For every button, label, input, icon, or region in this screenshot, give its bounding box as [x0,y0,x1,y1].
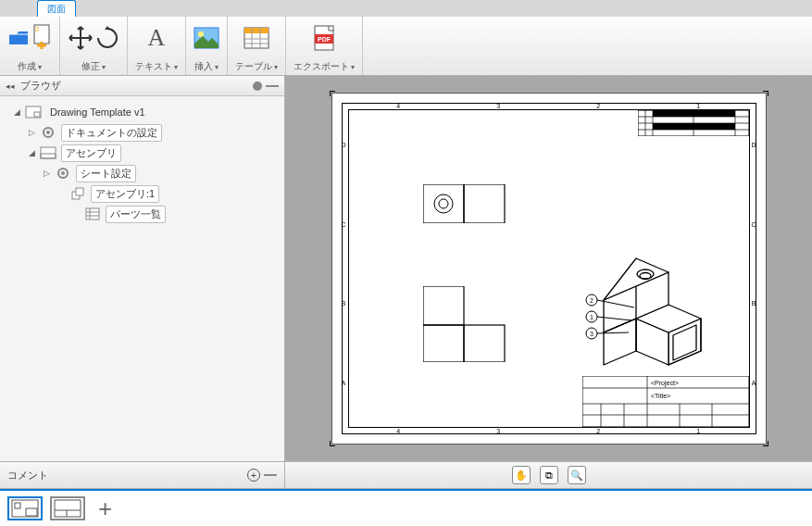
svg-point-31 [637,269,654,279]
toggle-icon[interactable]: ◢ [11,107,22,117]
comments-label: コメント [7,469,48,482]
tree-root-label: Drawing Template v1 [46,106,149,119]
move-icon [68,25,94,51]
drawing-canvas[interactable]: 4 3 2 1 4 3 2 1 D C B A D C [285,76,812,461]
ribbon-modify-label: 修正 [81,60,106,73]
row-label: D [342,142,346,148]
sheet-thumb[interactable] [50,496,85,520]
sheet-icon [40,146,56,159]
ribbon-text[interactable]: A テキスト [128,17,186,75]
tree-assembly-label: アセンブリ [61,144,121,162]
svg-rect-17 [76,188,83,195]
svg-point-2 [198,31,204,37]
svg-point-27 [439,199,448,208]
ribbon-table[interactable]: テーブル [228,17,286,75]
tree-assembly-1-label: アセンブリ:1 [91,185,159,203]
isometric-view: 2 1 3 [581,254,729,374]
panel-menu-icon[interactable] [253,81,262,91]
tab-drawing[interactable]: 図面 [37,0,76,17]
ribbon-export-label: エクスポート [294,60,355,73]
svg-rect-18 [86,208,99,219]
browser-panel: ◂◂ ブラウザ ◢ Drawing Template v1 ▷ ドキュメントの設… [0,76,285,461]
col-label: 4 [396,428,400,434]
ribbon-modify[interactable]: 修正 [60,17,128,75]
col-label: 3 [496,428,500,434]
sheet-strip: + [0,489,812,526]
col-label: 1 [696,103,700,109]
toggle-icon[interactable]: ◢ [26,148,37,157]
tree-root[interactable]: ◢ Drawing Template v1 [4,102,281,122]
svg-rect-29 [423,325,464,362]
comments-bar: コメント + ✋ ⧉ 🔍 [0,461,812,489]
table-icon [244,27,269,49]
browser-title: ブラウザ [20,79,61,93]
toggle-icon[interactable]: ▷ [26,128,37,137]
add-sheet-button[interactable]: + [93,495,118,523]
browser-header: ◂◂ ブラウザ [0,76,284,96]
comments-panel-header: コメント + [0,462,285,488]
panel-minimize-icon[interactable] [266,85,279,87]
svg-rect-22 [653,123,693,130]
zoom-fit-icon[interactable]: 🔍 [568,466,586,484]
tree-doc-settings[interactable]: ▷ ドキュメントの設定 [4,122,281,143]
ribbon-table-label: テーブル [235,60,278,73]
component-icon [70,186,85,201]
ribbon-insert[interactable]: 挿入 [186,17,228,75]
svg-rect-20 [653,110,693,117]
svg-rect-21 [693,110,735,117]
folder-icon [7,27,30,49]
ribbon-export[interactable]: PDF エクスポート [286,17,363,75]
tree-doc-settings-label: ドキュメントの設定 [61,124,162,142]
collapse-icon[interactable]: ◂◂ [6,81,15,91]
tree-parts-list-label: パーツ一覧 [106,206,166,223]
svg-rect-30 [464,325,505,362]
top-view [423,184,506,223]
row-label: B [342,300,346,307]
tree-sheet-settings[interactable]: ▷ シート設定 [4,163,281,183]
row-label: A [752,380,756,386]
col-label: 4 [396,103,400,109]
pdf-icon: PDF [312,25,336,51]
balloon-2: 2 [590,297,593,304]
balloon-3: 3 [590,331,593,337]
add-comment-icon[interactable]: + [247,469,260,482]
svg-rect-4 [244,28,269,33]
image-icon [194,27,219,49]
tree-assembly[interactable]: ◢ アセンブリ [4,143,281,163]
zoom-window-icon[interactable]: ⧉ [540,466,558,484]
svg-rect-23 [693,123,735,130]
title-block: <Project> <Title> [582,376,749,427]
row-label: B [752,300,756,307]
ribbon-create[interactable]: 作成 [0,17,60,75]
list-icon [85,207,100,220]
col-label: 3 [496,103,500,109]
svg-text:<Project>: <Project> [651,380,679,387]
svg-point-15 [61,171,65,175]
svg-rect-24 [423,184,464,223]
toggle-icon[interactable]: ▷ [41,169,52,178]
tree-assembly-1[interactable]: ▷ アセンブリ:1 [4,183,281,204]
panel-minimize-icon[interactable] [264,474,277,476]
sheet-new-icon [31,23,52,53]
ribbon-create-label: 作成 [18,60,42,73]
svg-rect-25 [464,184,505,223]
col-label: 1 [696,428,700,434]
rotate-icon [95,26,119,50]
drawing-sheet: 4 3 2 1 4 3 2 1 D C B A D C [331,93,767,445]
col-label: 2 [596,103,600,109]
pan-icon[interactable]: ✋ [512,466,531,484]
svg-point-11 [46,131,50,134]
text-icon: A [148,24,166,52]
gear-icon [41,125,56,140]
revision-table [638,110,749,136]
tree-parts-list[interactable]: ▷ パーツ一覧 [4,204,281,224]
row-label: C [751,221,756,228]
col-label: 2 [596,428,600,434]
svg-text:<Title>: <Title> [651,393,670,399]
drawing-icon [25,106,42,119]
ribbon-insert-label: 挿入 [194,60,219,73]
gear-icon [56,166,70,181]
browser-tree: ◢ Drawing Template v1 ▷ ドキュメントの設定 ◢ アセンブ… [0,96,284,230]
sheet-thumb-active[interactable] [7,496,43,520]
row-label: D [751,142,756,148]
